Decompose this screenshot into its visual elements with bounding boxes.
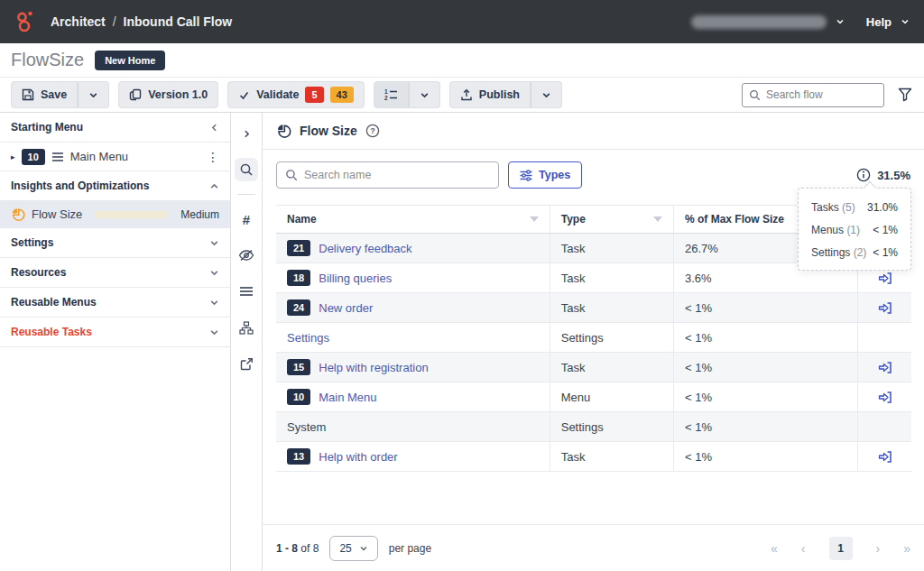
list-view-button[interactable] <box>235 280 258 303</box>
filter-funnel-icon[interactable] <box>897 87 913 103</box>
flow-item-name[interactable]: Main Menu <box>319 391 376 404</box>
publish-options-button[interactable] <box>531 81 562 108</box>
next-page-button[interactable]: › <box>876 541 881 556</box>
info-circle-icon[interactable] <box>856 168 871 182</box>
table-row: 13Help with orderTask< 1% <box>276 442 911 472</box>
help-circle-icon[interactable]: ? <box>365 124 380 138</box>
sequence-options-button[interactable] <box>409 81 440 108</box>
last-page-button[interactable]: » <box>903 541 910 556</box>
flow-item-name[interactable]: Billing queries <box>319 272 392 285</box>
sidebar-section-resources[interactable]: Resources <box>0 258 230 288</box>
versions-copy-icon <box>129 88 142 101</box>
table-row: 15Help with registrationTask< 1% <box>276 353 911 382</box>
panel-header: Flow Size ? <box>263 113 924 150</box>
open-external-button[interactable] <box>235 352 258 375</box>
sidebar-section-reusable-tasks[interactable]: Reusable Tasks <box>0 318 230 347</box>
publish-button-group: Publish <box>449 81 562 108</box>
svg-text:1: 1 <box>384 88 388 95</box>
main-menu-count-badge: 10 <box>22 149 45 165</box>
type-cell: Task <box>550 442 673 471</box>
row-range: 1 - 8 <box>276 542 298 555</box>
prev-page-button[interactable]: ‹ <box>801 541 806 556</box>
current-page-button[interactable]: 1 <box>829 537 853 560</box>
expand-triangle-icon[interactable]: ▸ <box>11 152 15 161</box>
chevron-up-icon[interactable] <box>209 181 219 191</box>
chevron-down-icon <box>88 90 98 100</box>
page-size-select[interactable]: 25 <box>329 536 377 561</box>
sidebar-section-reusable-menus[interactable]: Reusable Menus <box>0 288 230 318</box>
validate-error-badge[interactable]: 5 <box>305 87 323 103</box>
table-row: 10Main MenuMenu< 1% <box>276 382 911 412</box>
sidebar-item-flow-size[interactable]: Flow Size Medium <box>0 201 230 228</box>
popup-menus-count: (1) <box>846 224 860 236</box>
jump-to-item-button[interactable] <box>878 391 892 404</box>
sidebar-section-starting-menu[interactable]: Starting Menu <box>0 113 230 143</box>
chevron-right-icon <box>242 129 252 139</box>
chevron-down-icon[interactable] <box>209 268 219 278</box>
flow-item-name[interactable]: Delivery feedback <box>319 242 411 255</box>
svg-text:?: ? <box>370 126 375 135</box>
sort-icon-type[interactable] <box>653 216 662 222</box>
types-filter-button[interactable]: Types <box>508 161 582 189</box>
save-options-button[interactable] <box>78 81 109 108</box>
chevron-down-icon[interactable] <box>209 298 219 308</box>
flow-item-name[interactable]: Help with registration <box>319 361 428 374</box>
flow-item-name[interactable]: Settings <box>287 331 329 345</box>
numbering-tool-button[interactable]: # <box>235 207 258 231</box>
publish-label: Publish <box>479 88 520 101</box>
search-tool-button[interactable] <box>235 158 258 181</box>
flow-structure-button[interactable] <box>235 316 258 339</box>
kebab-menu-icon[interactable]: ⋮ <box>207 150 219 164</box>
flow-size-label: Flow Size <box>32 207 82 221</box>
sidebar-item-main-menu[interactable]: ▸ 10 Main Menu ⋮ <box>0 143 230 171</box>
column-header-name: Name <box>287 213 317 226</box>
jump-to-item-button[interactable] <box>878 361 892 374</box>
search-name-box <box>276 161 499 189</box>
search-flow-input[interactable] <box>766 88 865 101</box>
external-link-icon <box>240 357 254 371</box>
collapse-left-icon[interactable] <box>209 123 219 133</box>
help-menu[interactable]: Help <box>866 15 892 29</box>
breadcrumb-app[interactable]: Architect <box>51 14 106 29</box>
popup-settings-value: < 1% <box>873 246 898 259</box>
validate-button[interactable]: Validate 5 43 <box>227 81 365 108</box>
sidebar-section-settings[interactable]: Settings <box>0 228 230 258</box>
flow-title-bar: FlowSize New Home <box>0 43 924 78</box>
expand-panel-button[interactable] <box>235 122 258 145</box>
version-label: Version 1.0 <box>148 88 208 101</box>
name-cell: System <box>276 412 550 441</box>
first-page-button[interactable]: « <box>771 541 778 556</box>
type-cell: Settings <box>550 323 673 352</box>
jump-to-item-button[interactable] <box>878 301 892 315</box>
flow-size-panel: Flow Size ? <box>263 113 924 571</box>
type-cell: Settings <box>550 412 673 441</box>
sidebar-section-insights[interactable]: Insights and Optimizations <box>0 171 230 201</box>
version-button-group: Version 1.0 <box>118 81 218 108</box>
popup-tasks-value: 31.0% <box>867 201 898 214</box>
publish-button[interactable]: Publish <box>449 81 531 108</box>
sort-icon-name[interactable] <box>530 216 539 222</box>
name-cell: 13Help with order <box>276 442 550 471</box>
genesys-logo-icon[interactable] <box>14 10 38 33</box>
main-menu-label: Main Menu <box>70 150 128 163</box>
flow-item-name[interactable]: New order <box>319 301 373 315</box>
search-name-input[interactable] <box>304 169 476 181</box>
hide-tool-button[interactable] <box>235 244 258 267</box>
version-button[interactable]: Version 1.0 <box>118 81 218 108</box>
jump-to-item-button[interactable] <box>878 450 892 464</box>
total-flow-size[interactable]: 31.5% <box>856 168 910 182</box>
help-chevron-down-icon[interactable] <box>901 17 910 26</box>
numbered-list-button[interactable]: 1 2 <box>374 81 409 108</box>
flow-item-name[interactable]: Help with order <box>319 450 397 464</box>
top-app-bar: Architect / Inbound Call Flow Help <box>0 0 924 43</box>
save-button[interactable]: Save <box>11 81 78 108</box>
validate-button-group: Validate 5 43 <box>227 81 365 108</box>
user-account-redacted[interactable] <box>691 15 827 29</box>
user-menu-chevron-down-icon[interactable] <box>836 17 845 26</box>
jump-to-item-button[interactable] <box>878 272 892 285</box>
popup-settings-label: Settings <box>811 246 850 259</box>
validate-warning-badge[interactable]: 43 <box>330 87 354 103</box>
chevron-down-icon[interactable] <box>209 327 219 337</box>
chevron-down-icon[interactable] <box>209 238 219 248</box>
popup-row-tasks: Tasks (5) 31.0% <box>811 201 898 214</box>
